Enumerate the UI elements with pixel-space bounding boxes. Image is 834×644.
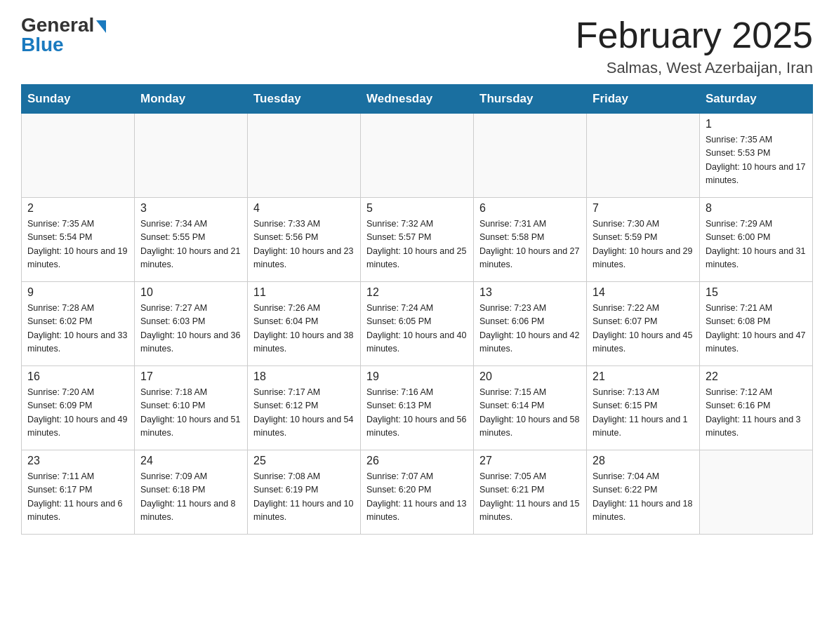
page-title: February 2025 <box>576 14 813 56</box>
table-row: 25Sunrise: 7:08 AMSunset: 6:19 PMDayligh… <box>248 450 361 535</box>
page-subtitle: Salmas, West Azerbaijan, Iran <box>576 59 813 77</box>
day-info: Sunrise: 7:29 AMSunset: 6:00 PMDaylight:… <box>706 217 807 272</box>
day-number: 1 <box>706 118 807 130</box>
day-info: Sunrise: 7:35 AMSunset: 5:54 PMDaylight:… <box>27 217 128 272</box>
logo-blue-text: Blue <box>21 34 64 56</box>
calendar-header: Sunday Monday Tuesday Wednesday Thursday… <box>22 85 813 114</box>
table-row: 21Sunrise: 7:13 AMSunset: 6:15 PMDayligh… <box>587 366 700 450</box>
day-number: 17 <box>140 370 241 383</box>
day-number: 3 <box>140 202 241 215</box>
calendar-week-row: 16Sunrise: 7:20 AMSunset: 6:09 PMDayligh… <box>22 366 813 450</box>
day-number: 19 <box>366 370 468 383</box>
day-number: 8 <box>706 202 807 215</box>
table-row <box>361 114 474 198</box>
day-number: 14 <box>593 286 694 299</box>
col-tuesday: Tuesday <box>248 85 361 114</box>
day-info: Sunrise: 7:35 AMSunset: 5:53 PMDaylight:… <box>706 133 807 188</box>
day-info: Sunrise: 7:08 AMSunset: 6:19 PMDaylight:… <box>253 470 355 525</box>
day-number: 10 <box>140 286 241 299</box>
day-info: Sunrise: 7:33 AMSunset: 5:56 PMDaylight:… <box>253 217 355 272</box>
table-row: 24Sunrise: 7:09 AMSunset: 6:18 PMDayligh… <box>135 450 248 535</box>
day-info: Sunrise: 7:21 AMSunset: 6:08 PMDaylight:… <box>706 302 807 356</box>
table-row: 11Sunrise: 7:26 AMSunset: 6:04 PMDayligh… <box>248 282 361 366</box>
day-number: 22 <box>706 370 807 383</box>
day-info: Sunrise: 7:17 AMSunset: 6:12 PMDaylight:… <box>253 386 355 441</box>
col-sunday: Sunday <box>22 85 135 114</box>
day-number: 15 <box>706 286 807 299</box>
day-info: Sunrise: 7:30 AMSunset: 5:59 PMDaylight:… <box>593 217 694 272</box>
day-number: 7 <box>593 202 694 215</box>
table-row <box>22 114 135 198</box>
day-number: 6 <box>479 202 581 215</box>
day-info: Sunrise: 7:32 AMSunset: 5:57 PMDaylight:… <box>366 217 468 272</box>
table-row: 18Sunrise: 7:17 AMSunset: 6:12 PMDayligh… <box>248 366 361 450</box>
day-number: 13 <box>479 286 581 299</box>
table-row: 13Sunrise: 7:23 AMSunset: 6:06 PMDayligh… <box>474 282 587 366</box>
calendar-week-row: 23Sunrise: 7:11 AMSunset: 6:17 PMDayligh… <box>22 450 813 535</box>
table-row: 5Sunrise: 7:32 AMSunset: 5:57 PMDaylight… <box>361 198 474 282</box>
day-info: Sunrise: 7:07 AMSunset: 6:20 PMDaylight:… <box>366 470 468 525</box>
day-number: 24 <box>140 455 241 467</box>
day-info: Sunrise: 7:20 AMSunset: 6:09 PMDaylight:… <box>27 386 128 441</box>
table-row: 20Sunrise: 7:15 AMSunset: 6:14 PMDayligh… <box>474 366 587 450</box>
table-row: 15Sunrise: 7:21 AMSunset: 6:08 PMDayligh… <box>700 282 813 366</box>
day-number: 23 <box>27 455 128 467</box>
title-block: February 2025 Salmas, West Azerbaijan, I… <box>576 14 813 77</box>
table-row: 16Sunrise: 7:20 AMSunset: 6:09 PMDayligh… <box>22 366 135 450</box>
day-info: Sunrise: 7:05 AMSunset: 6:21 PMDaylight:… <box>479 470 581 525</box>
col-thursday: Thursday <box>474 85 587 114</box>
day-number: 2 <box>27 202 128 215</box>
col-friday: Friday <box>587 85 700 114</box>
day-info: Sunrise: 7:12 AMSunset: 6:16 PMDaylight:… <box>706 386 807 441</box>
day-number: 16 <box>27 370 128 383</box>
day-info: Sunrise: 7:15 AMSunset: 6:14 PMDaylight:… <box>479 386 581 441</box>
day-number: 27 <box>479 455 581 467</box>
day-info: Sunrise: 7:16 AMSunset: 6:13 PMDaylight:… <box>366 386 468 441</box>
day-info: Sunrise: 7:22 AMSunset: 6:07 PMDaylight:… <box>593 302 694 356</box>
table-row <box>135 114 248 198</box>
day-info: Sunrise: 7:26 AMSunset: 6:04 PMDaylight:… <box>253 302 355 356</box>
table-row: 1Sunrise: 7:35 AMSunset: 5:53 PMDaylight… <box>700 114 813 198</box>
calendar-week-row: 9Sunrise: 7:28 AMSunset: 6:02 PMDaylight… <box>22 282 813 366</box>
table-row: 2Sunrise: 7:35 AMSunset: 5:54 PMDaylight… <box>22 198 135 282</box>
day-number: 12 <box>366 286 468 299</box>
col-wednesday: Wednesday <box>361 85 474 114</box>
calendar-table: Sunday Monday Tuesday Wednesday Thursday… <box>21 84 813 535</box>
header-row: Sunday Monday Tuesday Wednesday Thursday… <box>22 85 813 114</box>
calendar-body: 1Sunrise: 7:35 AMSunset: 5:53 PMDaylight… <box>22 114 813 535</box>
logo-arrow-icon <box>96 20 106 33</box>
day-number: 18 <box>253 370 355 383</box>
table-row: 22Sunrise: 7:12 AMSunset: 6:16 PMDayligh… <box>700 366 813 450</box>
table-row: 3Sunrise: 7:34 AMSunset: 5:55 PMDaylight… <box>135 198 248 282</box>
day-info: Sunrise: 7:04 AMSunset: 6:22 PMDaylight:… <box>593 470 694 525</box>
table-row: 19Sunrise: 7:16 AMSunset: 6:13 PMDayligh… <box>361 366 474 450</box>
table-row: 17Sunrise: 7:18 AMSunset: 6:10 PMDayligh… <box>135 366 248 450</box>
table-row <box>474 114 587 198</box>
table-row <box>587 114 700 198</box>
table-row: 7Sunrise: 7:30 AMSunset: 5:59 PMDaylight… <box>587 198 700 282</box>
day-number: 28 <box>593 455 694 467</box>
logo: General Blue <box>21 14 106 56</box>
table-row <box>700 450 813 535</box>
table-row: 8Sunrise: 7:29 AMSunset: 6:00 PMDaylight… <box>700 198 813 282</box>
table-row: 28Sunrise: 7:04 AMSunset: 6:22 PMDayligh… <box>587 450 700 535</box>
day-number: 20 <box>479 370 581 383</box>
table-row: 12Sunrise: 7:24 AMSunset: 6:05 PMDayligh… <box>361 282 474 366</box>
col-saturday: Saturday <box>700 85 813 114</box>
day-number: 9 <box>27 286 128 299</box>
table-row: 27Sunrise: 7:05 AMSunset: 6:21 PMDayligh… <box>474 450 587 535</box>
day-number: 11 <box>253 286 355 299</box>
day-info: Sunrise: 7:23 AMSunset: 6:06 PMDaylight:… <box>479 302 581 356</box>
day-info: Sunrise: 7:24 AMSunset: 6:05 PMDaylight:… <box>366 302 468 356</box>
col-monday: Monday <box>135 85 248 114</box>
day-number: 26 <box>366 455 468 467</box>
page-header: General Blue February 2025 Salmas, West … <box>21 14 813 77</box>
table-row: 6Sunrise: 7:31 AMSunset: 5:58 PMDaylight… <box>474 198 587 282</box>
day-info: Sunrise: 7:13 AMSunset: 6:15 PMDaylight:… <box>593 386 694 441</box>
day-number: 4 <box>253 202 355 215</box>
table-row: 10Sunrise: 7:27 AMSunset: 6:03 PMDayligh… <box>135 282 248 366</box>
day-number: 5 <box>366 202 468 215</box>
calendar-week-row: 1Sunrise: 7:35 AMSunset: 5:53 PMDaylight… <box>22 114 813 198</box>
table-row <box>248 114 361 198</box>
table-row: 9Sunrise: 7:28 AMSunset: 6:02 PMDaylight… <box>22 282 135 366</box>
